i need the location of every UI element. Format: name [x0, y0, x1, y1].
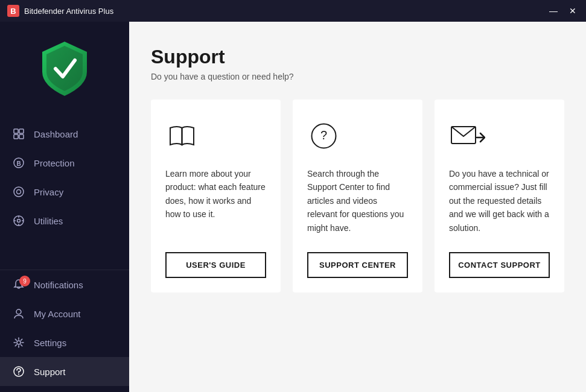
sidebar-item-utilities[interactable]: Utilities [0, 206, 129, 235]
sidebar-item-protection[interactable]: B Protection [0, 148, 129, 177]
notification-badge: 9 [19, 276, 30, 286]
svg-rect-5 [19, 134, 24, 139]
users-guide-card: Learn more about your product: what each… [151, 100, 281, 292]
svg-rect-2 [14, 129, 18, 133]
support-center-card: ? Search through the Support Center to f… [293, 100, 422, 292]
svg-text:?: ? [320, 128, 327, 142]
sidebar-nav: Dashboard B Protection [0, 113, 129, 270]
page-subtitle: Do you have a question or need help? [151, 72, 564, 81]
sidebar-item-dashboard[interactable]: Dashboard [0, 119, 129, 148]
contact-support-icon [449, 118, 550, 154]
sidebar-item-settings-label: Settings [34, 338, 66, 348]
utilities-icon [12, 214, 25, 227]
my-account-icon [12, 307, 25, 320]
title-bar-left: B Bitdefender Antivirus Plus [7, 5, 113, 17]
app-title: Bitdefender Antivirus Plus [24, 7, 113, 16]
page-title: Support [151, 46, 564, 68]
sidebar-item-privacy-label: Privacy [34, 187, 63, 197]
svg-point-17 [17, 341, 21, 344]
close-button[interactable]: ✕ [567, 5, 579, 17]
contact-support-button[interactable]: CONTACT SUPPORT [449, 252, 550, 278]
dashboard-icon [12, 127, 25, 141]
svg-text:B: B [16, 160, 21, 167]
sidebar-item-notifications[interactable]: 9 Notifications [0, 270, 129, 299]
sidebar-item-settings[interactable]: Settings [0, 328, 129, 357]
support-center-icon: ? [307, 118, 408, 154]
notifications-icon-wrap: 9 [12, 278, 25, 291]
sidebar-bottom-nav: 9 Notifications My Account [0, 270, 129, 392]
protection-icon: B [12, 156, 25, 169]
sidebar-item-notifications-label: Notifications [34, 280, 83, 290]
privacy-icon [12, 185, 25, 198]
users-guide-icon [165, 118, 266, 154]
app-body: Dashboard B Protection [0, 22, 586, 392]
svg-rect-4 [14, 134, 18, 139]
settings-icon [12, 336, 25, 349]
window-controls: — ✕ [547, 5, 579, 17]
svg-point-9 [17, 190, 21, 194]
svg-point-16 [16, 309, 21, 314]
users-guide-body: Learn more about your product: what each… [165, 167, 266, 240]
sidebar-item-my-account-label: My Account [34, 309, 81, 319]
svg-rect-3 [19, 129, 24, 133]
sidebar: Dashboard B Protection [0, 22, 129, 392]
support-center-body: Search through the Support Center to fin… [307, 167, 408, 240]
svg-point-8 [14, 187, 24, 197]
support-cards-row: Learn more about your product: what each… [151, 100, 564, 292]
contact-support-card: Do you have a technical or commercial is… [435, 100, 564, 292]
sidebar-item-privacy[interactable]: Privacy [0, 177, 129, 206]
svg-point-19 [18, 374, 19, 375]
main-content: Support Do you have a question or need h… [129, 22, 586, 392]
sidebar-item-protection-label: Protection [34, 158, 75, 168]
shield-logo-icon [37, 39, 92, 99]
support-icon [12, 365, 25, 378]
sidebar-item-dashboard-label: Dashboard [34, 129, 78, 139]
title-bar: B Bitdefender Antivirus Plus — ✕ [0, 0, 586, 22]
app-logo-icon: B [7, 5, 19, 17]
minimize-button[interactable]: — [547, 5, 559, 17]
sidebar-logo [0, 22, 129, 113]
svg-point-11 [18, 220, 21, 223]
contact-support-body: Do you have a technical or commercial is… [449, 167, 550, 240]
sidebar-item-support[interactable]: Support [0, 357, 129, 386]
sidebar-item-support-label: Support [34, 367, 66, 377]
sidebar-item-utilities-label: Utilities [34, 216, 63, 226]
support-center-button[interactable]: SUPPORT CENTER [307, 252, 408, 278]
users-guide-button[interactable]: USER'S GUIDE [165, 252, 266, 278]
sidebar-item-my-account[interactable]: My Account [0, 299, 129, 328]
svg-text:B: B [10, 7, 16, 16]
